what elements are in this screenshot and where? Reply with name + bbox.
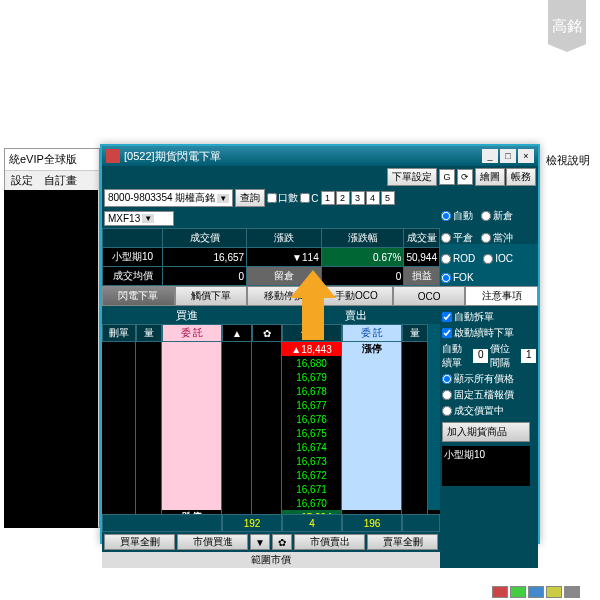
symbol-row: MXF13▼ <box>102 208 440 228</box>
radio-ioc[interactable]: IOC <box>483 253 513 264</box>
maximize-button[interactable]: □ <box>500 149 516 163</box>
toolbar-icon-2[interactable]: ⟳ <box>457 169 473 185</box>
quote-row: 小型期10 16,657 ▼114 0.67% 50,944 <box>103 248 440 267</box>
bg-menu: 設定 自訂畫面 <box>5 171 99 191</box>
qty-5[interactable]: 5 <box>381 191 395 205</box>
tab-oco[interactable]: OCO <box>393 286 466 306</box>
center-icon[interactable]: ✿ <box>272 534 292 550</box>
radio-day[interactable]: 當沖 <box>481 231 513 245</box>
show-all-radio[interactable]: 顯示所有價格 <box>442 372 536 386</box>
center-radio[interactable]: 成交價置中 <box>442 404 536 418</box>
auto-split-check[interactable]: 自動拆單 <box>442 310 536 324</box>
ladder-header: 刪單 量 委 託 ▲ ✿ 價 位 委 託 量 <box>102 324 440 342</box>
tab-notice[interactable]: 注意事項 <box>465 286 538 306</box>
summary-row: 192 4 196 <box>102 514 440 532</box>
product-list[interactable]: 小型期10 <box>442 446 530 486</box>
add-product-button[interactable]: 加入期貨商品 <box>442 422 530 442</box>
minimize-button[interactable]: _ <box>482 149 498 163</box>
status-bar: 範圍市價 <box>102 552 440 568</box>
market-sell-button[interactable]: 市價賣出 <box>294 534 365 550</box>
tabs: 閃電下單 觸價下單 移動停損 手動OCO OCO 注意事項 <box>102 286 538 306</box>
price-ladder[interactable]: ▲18,443漲停 16,680 16,679 16,678 16,677 16… <box>102 342 440 514</box>
toolbar-icon-1[interactable]: G <box>439 169 455 185</box>
query-button[interactable]: 查詢 <box>235 189 265 207</box>
toolbar: 下單設定 G ⟳ 繪圖 帳務 <box>102 166 538 188</box>
radio-auto[interactable]: 自動 <box>441 209 473 223</box>
account-combo[interactable]: 8000-9803354 期權高銘▼ <box>104 189 233 207</box>
auto-cont-check[interactable]: 啟動續時下單 <box>442 326 536 340</box>
quote-table: 成交價 漲跌 漲跌幅 成交量 小型期10 16,657 ▼114 0.67% 5… <box>102 228 440 286</box>
bg-window-title: 統eVIP全球版 <box>5 149 99 171</box>
avg-row: 成交均價 0 留倉 0 損益 <box>103 267 440 286</box>
tab-trigger[interactable]: 觸價下單 <box>175 286 248 306</box>
bg-black-panel <box>4 190 98 528</box>
qty-presets: 1 2 3 4 5 <box>321 191 395 205</box>
qty-check[interactable]: 口數 <box>267 191 298 205</box>
cancel-all-buy-button[interactable]: 買單全刪 <box>104 534 175 550</box>
window-title: [0522]期貨閃電下單 <box>124 149 221 164</box>
symbol-combo[interactable]: MXF13▼ <box>104 211 174 226</box>
menu-settings[interactable]: 設定 <box>11 174 33 186</box>
radio-close[interactable]: 平倉 <box>441 231 473 245</box>
app-icon <box>106 149 120 163</box>
sell-header: 賣出 <box>271 306 440 324</box>
radio-fok[interactable]: FOK <box>441 272 474 283</box>
ladder-panel: 買進 賣出 刪單 量 委 託 ▲ ✿ 價 位 委 託 量 ▲18,443漲停 1… <box>102 306 440 568</box>
c-check[interactable]: C <box>300 193 318 204</box>
list-item[interactable]: 小型期10 <box>444 448 528 462</box>
qty-2[interactable]: 2 <box>336 191 350 205</box>
cancel-all-sell-button[interactable]: 賣單全刪 <box>367 534 438 550</box>
order-window: [0522]期貨閃電下單 _ □ × 下單設定 G ⟳ 繪圖 帳務 8000-9… <box>100 144 540 544</box>
tray-icons <box>492 586 580 598</box>
close-button[interactable]: × <box>518 149 534 163</box>
market-buy-button[interactable]: 市價買進 <box>177 534 248 550</box>
watermark-ribbon: 高銘 <box>548 0 586 52</box>
scroll-down-icon[interactable]: ▼ <box>250 534 270 550</box>
radio-rod[interactable]: ROD <box>441 253 475 264</box>
chart-button[interactable]: 繪圖 <box>475 168 505 186</box>
side-panel: 自動拆單 啟動續時下單 自動續單0 價位間隔1 顯示所有價格 固定五檔報價 成交… <box>440 306 538 568</box>
title-bar[interactable]: [0522]期貨閃電下單 _ □ × <box>102 146 538 166</box>
account-row: 8000-9803354 期權高銘▼ 查詢 口數 C 1 2 3 4 5 <box>102 188 538 208</box>
qty-1[interactable]: 1 <box>321 191 335 205</box>
tab-manual-oco[interactable]: 手動OCO <box>320 286 393 306</box>
fixed5-radio[interactable]: 固定五檔報價 <box>442 388 536 402</box>
radio-new[interactable]: 新倉 <box>481 209 513 223</box>
buy-header: 買進 <box>102 306 271 324</box>
qty-4[interactable]: 4 <box>366 191 380 205</box>
gear-icon[interactable]: ✿ <box>252 324 282 342</box>
scroll-up-icon[interactable]: ▲ <box>222 324 252 342</box>
qty-3[interactable]: 3 <box>351 191 365 205</box>
tab-trailing[interactable]: 移動停損 <box>247 286 320 306</box>
tab-lightning[interactable]: 閃電下單 <box>102 286 175 306</box>
account-button[interactable]: 帳務 <box>506 168 536 186</box>
footer-buttons: 買單全刪 市價買進 ▼ ✿ 市價賣出 賣單全刪 <box>102 532 440 552</box>
order-setting-button[interactable]: 下單設定 <box>387 168 437 186</box>
